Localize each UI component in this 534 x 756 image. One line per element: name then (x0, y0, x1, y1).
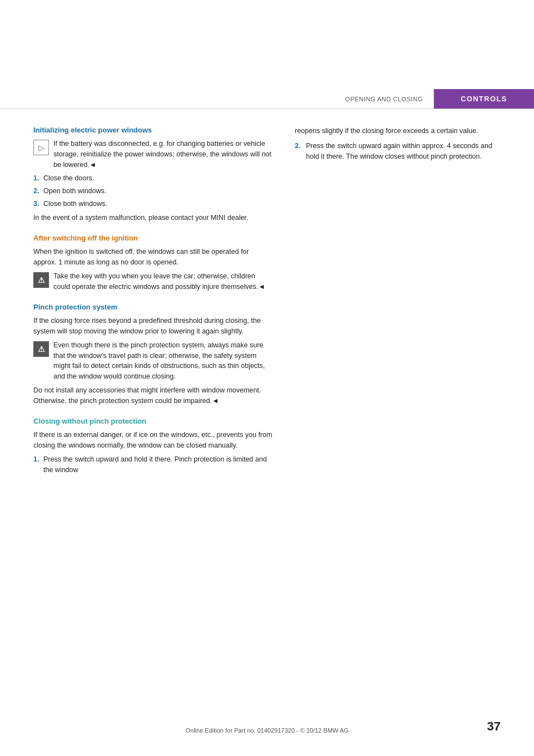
right-column: reopens slightly if the closing force ex… (295, 126, 501, 478)
section3-heading: Pinch protection system (33, 303, 273, 311)
content-area: Initializing electric power windows ▷ If… (0, 126, 534, 478)
list-item: 1.Press the switch upward and hold it th… (33, 454, 273, 475)
list-item: 3.Close both windows. (33, 199, 273, 209)
header-left-label: OPENING AND CLOSING (0, 89, 434, 109)
list-item: 2. Press the switch upward again within … (295, 141, 501, 162)
page-number: 37 (487, 719, 501, 734)
header-right-label: CONTROLS (434, 89, 534, 109)
section2-heading: After switching off the ignition (33, 234, 273, 242)
list-item: 1.Close the doors. (33, 173, 273, 184)
section2-warning-row: ⚠ Take the key with you when you leave t… (33, 271, 273, 292)
section2-warning-text: Take the key with you when you leave the… (53, 271, 273, 292)
section4-body: If there is an external danger, or if ic… (33, 430, 273, 451)
list-item: 2.Open both windows. (33, 186, 273, 197)
header-bar: OPENING AND CLOSING CONTROLS (0, 0, 534, 109)
right-continuation: reopens slightly if the closing force ex… (295, 126, 501, 136)
warning-icon: ⚠ (33, 272, 49, 288)
page-container: OPENING AND CLOSING CONTROLS Initializin… (0, 0, 534, 756)
right-steps: 2. Press the switch upward again within … (295, 141, 501, 162)
section3-body1: If the closing force rises beyond a pred… (33, 316, 273, 337)
warning-icon-2: ⚠ (33, 341, 49, 357)
section4-steps: 1.Press the switch upward and hold it th… (33, 454, 273, 475)
section2-body: When the ignition is switched off, the w… (33, 247, 273, 268)
section3-warning-text: Even though there is the pinch protectio… (53, 340, 273, 382)
section1-steps: 1.Close the doors. 2.Open both windows. … (33, 173, 273, 209)
section1-heading: Initializing electric power windows (33, 126, 273, 134)
left-column: Initializing electric power windows ▷ If… (33, 126, 273, 478)
section4-heading: Closing without pinch protection (33, 417, 273, 425)
section1-icon-row: ▷ If the battery was disconnected, e.g. … (33, 139, 273, 170)
info-icon: ▷ (33, 140, 49, 155)
page-footer: Online Edition for Part no. 01402917320 … (0, 727, 534, 734)
section3-warning-row: ⚠ Even though there is the pinch protect… (33, 340, 273, 382)
section1-icon-text: If the battery was disconnected, e.g. fo… (53, 139, 273, 170)
section3-body2: Do not install any accessories that migh… (33, 385, 273, 406)
section1-closing: In the event of a system malfunction, pl… (33, 213, 273, 223)
